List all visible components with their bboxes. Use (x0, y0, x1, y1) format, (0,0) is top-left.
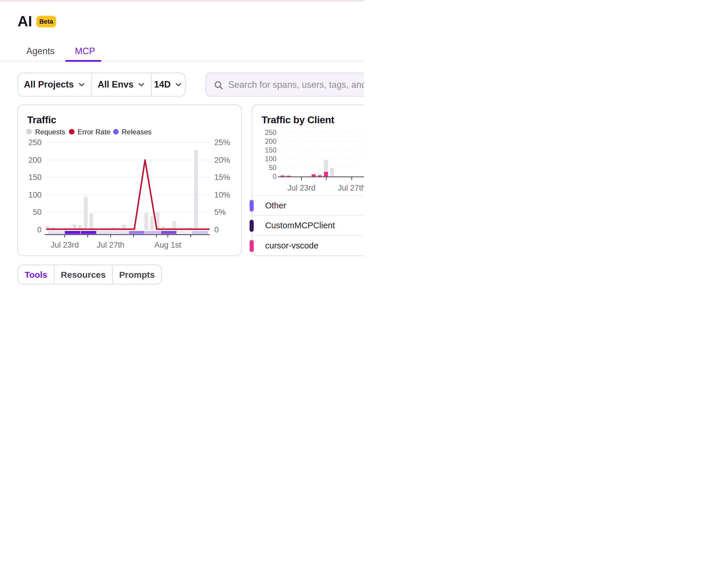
svg-text:100: 100 (265, 155, 277, 163)
svg-text:100: 100 (28, 191, 42, 199)
svg-text:150: 150 (28, 173, 42, 182)
svg-text:5%: 5% (214, 208, 226, 217)
svg-text:20%: 20% (214, 156, 230, 164)
svg-text:Jul 23rd: Jul 23rd (51, 240, 79, 249)
svg-text:10%: 10% (214, 191, 230, 199)
svg-text:Traffic by Client: Traffic by Client (262, 114, 334, 125)
svg-text:Jul 23rd: Jul 23rd (287, 183, 315, 192)
svg-text:50: 50 (269, 163, 277, 172)
svg-text:Traffic: Traffic (27, 114, 56, 125)
svg-text:150: 150 (265, 146, 277, 154)
svg-text:0: 0 (273, 172, 277, 180)
svg-text:200: 200 (265, 137, 277, 145)
svg-text:250: 250 (265, 128, 277, 136)
svg-text:Aug 1st: Aug 1st (155, 240, 181, 249)
svg-text:25%: 25% (214, 138, 230, 147)
svg-text:Jul 27th: Jul 27th (338, 183, 364, 192)
svg-text:15%: 15% (214, 173, 230, 182)
svg-text:Jul 27th: Jul 27th (97, 240, 125, 249)
svg-text:250: 250 (28, 138, 42, 147)
svg-text:200: 200 (28, 156, 42, 164)
svg-text:Releases: Releases (122, 128, 152, 136)
svg-text:50: 50 (33, 208, 42, 217)
svg-text:Requests: Requests (35, 128, 65, 136)
svg-text:Error Rate: Error Rate (78, 128, 111, 136)
svg-text:0: 0 (37, 225, 42, 234)
svg-text:0: 0 (214, 225, 219, 234)
